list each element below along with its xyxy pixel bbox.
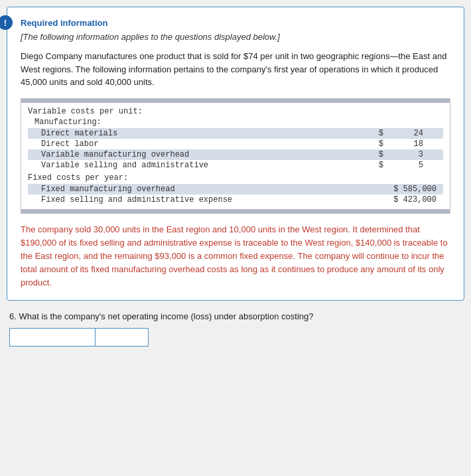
table-row: Direct labor $ 18 [28, 139, 443, 149]
answer-input-container [9, 328, 462, 347]
section2-title: Fixed costs per year: [28, 173, 443, 183]
question-text: 6. What is the company's net operating i… [9, 311, 462, 321]
row-label: Fixed selling and administrative expense [28, 195, 377, 204]
row-label: Direct labor [28, 139, 370, 149]
table-row: Fixed manufacturing overhead $ 585,000 [28, 184, 443, 195]
alert-icon: ! [0, 15, 13, 30]
answer-input-1[interactable] [9, 328, 96, 347]
section1-title: Variable costs per unit: [28, 107, 443, 116]
info-panel: ! Required information [The following in… [7, 7, 464, 301]
data-table: Variable costs per unit: Manufacturing: … [21, 98, 450, 214]
table-row: Variable selling and administrative $ 5 [28, 160, 443, 171]
description-text: Diego Company manufactures one product t… [21, 50, 450, 89]
row-label: Direct materials [28, 129, 370, 138]
table-row: Direct materials $ 24 [28, 128, 443, 139]
table-body: Variable costs per unit: Manufacturing: … [21, 103, 450, 209]
question-section: 6. What is the company's net operating i… [7, 311, 464, 347]
row-label: Variable manufacturing overhead [28, 150, 370, 159]
info-paragraph: The company sold 30,000 units in the Eas… [21, 223, 450, 290]
section1-sub: Manufacturing: [28, 118, 443, 127]
table-footer-bar [21, 209, 450, 213]
answer-input-2[interactable] [96, 328, 149, 347]
table-row: Variable manufacturing overhead $ 3 [28, 149, 443, 160]
row-label: Variable selling and administrative [28, 161, 370, 170]
subtitle: [The following information applies to th… [21, 32, 450, 42]
table-row: Fixed selling and administrative expense… [28, 195, 443, 205]
row-label: Fixed manufacturing overhead [28, 185, 377, 194]
required-info-title: Required information [21, 18, 450, 28]
